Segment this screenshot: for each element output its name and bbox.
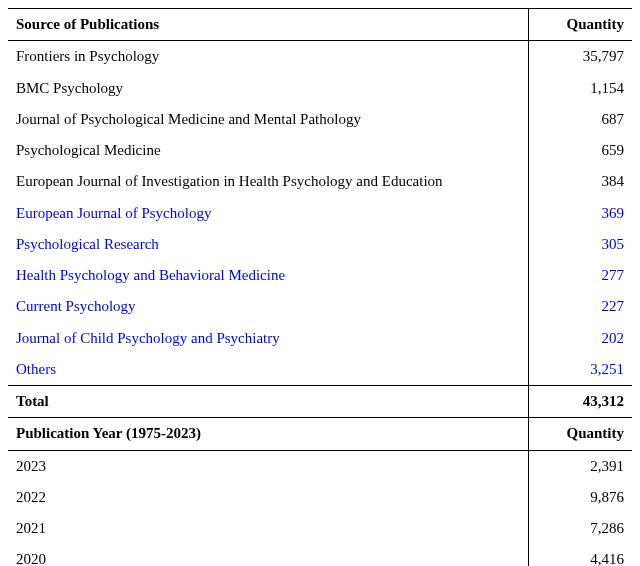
source-cell[interactable]: Journal of Child Psychology and Psychiat… xyxy=(8,323,528,354)
quantity-cell: 35,797 xyxy=(528,41,632,73)
source-cell: Journal of Psychological Medicine and Me… xyxy=(8,104,528,135)
source-cell[interactable]: European Journal of Psychology xyxy=(8,198,528,229)
source-cell[interactable]: Current Psychology xyxy=(8,291,528,322)
total-label: Total xyxy=(8,386,528,418)
quantity-cell: 9,876 xyxy=(528,482,632,513)
quantity-cell: 7,286 xyxy=(528,513,632,544)
source-cell[interactable]: Health Psychology and Behavioral Medicin… xyxy=(8,260,528,291)
quantity-cell: 687 xyxy=(528,104,632,135)
total-quantity: 43,312 xyxy=(528,386,632,418)
year-cell: 2023 xyxy=(8,450,528,482)
quantity-cell: 2,391 xyxy=(528,450,632,482)
year-cell: 2022 xyxy=(8,482,528,513)
header-quantity: Quantity xyxy=(528,418,632,450)
quantity-cell[interactable]: 305 xyxy=(528,229,632,260)
quantity-cell: 659 xyxy=(528,135,632,166)
publications-table: Source of PublicationsQuantityFrontiers … xyxy=(8,8,632,566)
year-cell: 2020 xyxy=(8,544,528,566)
quantity-cell[interactable]: 227 xyxy=(528,291,632,322)
quantity-cell[interactable]: 277 xyxy=(528,260,632,291)
quantity-cell: 1,154 xyxy=(528,73,632,104)
header-quantity: Quantity xyxy=(528,9,632,41)
quantity-cell: 384 xyxy=(528,166,632,197)
quantity-cell[interactable]: 3,251 xyxy=(528,354,632,386)
header-year: Publication Year (1975-2023) xyxy=(8,418,528,450)
source-cell: BMC Psychology xyxy=(8,73,528,104)
source-cell: European Journal of Investigation in Hea… xyxy=(8,166,528,197)
header-source: Source of Publications xyxy=(8,9,528,41)
quantity-cell: 4,416 xyxy=(528,544,632,566)
source-cell: Frontiers in Psychology xyxy=(8,41,528,73)
source-cell: Psychological Medicine xyxy=(8,135,528,166)
year-cell: 2021 xyxy=(8,513,528,544)
source-cell[interactable]: Others xyxy=(8,354,528,386)
source-cell[interactable]: Psychological Research xyxy=(8,229,528,260)
quantity-cell[interactable]: 202 xyxy=(528,323,632,354)
quantity-cell[interactable]: 369 xyxy=(528,198,632,229)
